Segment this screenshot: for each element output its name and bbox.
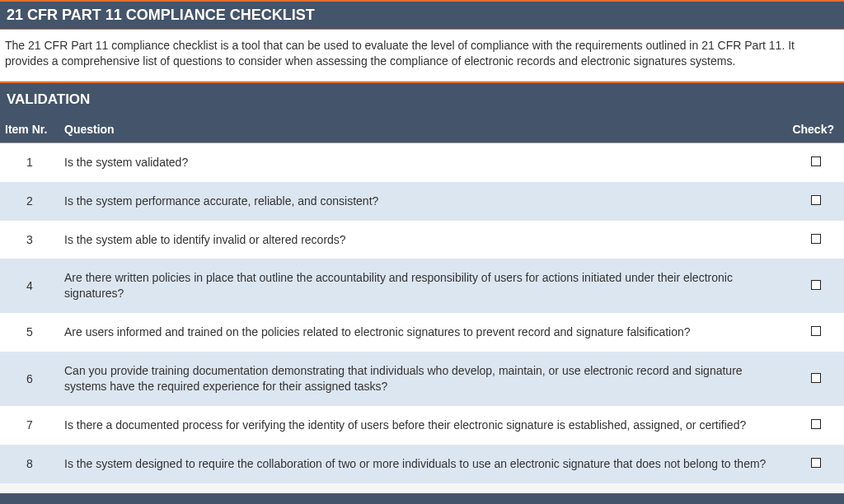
checkbox-icon[interactable] bbox=[811, 234, 821, 244]
item-check-cell bbox=[787, 406, 844, 445]
item-question: Can you provide training documentation d… bbox=[59, 352, 787, 406]
checkbox-icon[interactable] bbox=[811, 195, 821, 205]
item-question: Is the system designed to require the co… bbox=[59, 445, 787, 483]
table-row: 3Is the system able to identify invalid … bbox=[0, 221, 844, 259]
item-check-cell bbox=[787, 221, 844, 259]
checkbox-icon[interactable] bbox=[811, 458, 821, 468]
checkbox-icon[interactable] bbox=[811, 373, 821, 383]
item-question: Is the system validated? bbox=[59, 142, 787, 181]
item-question: Are users informed and trained on the po… bbox=[59, 313, 787, 352]
checkbox-icon[interactable] bbox=[811, 156, 821, 166]
footer-bar bbox=[0, 493, 844, 504]
item-question: Is the system performance accurate, reli… bbox=[59, 182, 787, 221]
page-title: 21 CFR PART 11 COMPLIANCE CHECKLIST bbox=[0, 0, 844, 30]
item-question: Is the system able to identify invalid o… bbox=[59, 221, 787, 259]
checkbox-icon[interactable] bbox=[811, 419, 821, 429]
item-number: 6 bbox=[0, 352, 59, 406]
item-number: 2 bbox=[0, 182, 59, 221]
item-number: 8 bbox=[0, 445, 59, 483]
col-header-item: Item Nr. bbox=[0, 116, 59, 143]
checkbox-icon[interactable] bbox=[811, 280, 821, 290]
checkbox-icon[interactable] bbox=[811, 326, 821, 336]
table-row: 4Are there written policies in place tha… bbox=[0, 259, 844, 313]
spacer-row bbox=[0, 483, 844, 493]
item-number: 5 bbox=[0, 313, 59, 352]
col-header-question: Question bbox=[59, 116, 787, 143]
item-number: 4 bbox=[0, 259, 59, 313]
table-row: 5Are users informed and trained on the p… bbox=[0, 313, 844, 352]
item-question: Is there a documented process for verify… bbox=[59, 406, 787, 445]
item-check-cell bbox=[787, 445, 844, 483]
intro-text: The 21 CFR Part 11 compliance checklist … bbox=[0, 30, 844, 82]
table-row: 2Is the system performance accurate, rel… bbox=[0, 182, 844, 221]
item-check-cell bbox=[787, 259, 844, 313]
item-check-cell bbox=[787, 142, 844, 181]
section-title: VALIDATION bbox=[0, 82, 844, 116]
item-number: 3 bbox=[0, 221, 59, 259]
item-number: 7 bbox=[0, 406, 59, 445]
table-row: 1Is the system validated? bbox=[0, 142, 844, 181]
table-row: 7Is there a documented process for verif… bbox=[0, 406, 844, 445]
table-row: 6Can you provide training documentation … bbox=[0, 352, 844, 406]
item-check-cell bbox=[787, 313, 844, 352]
item-number: 1 bbox=[0, 142, 59, 181]
checklist-table: Item Nr. Question Check? 1Is the system … bbox=[0, 116, 844, 493]
col-header-check: Check? bbox=[787, 116, 844, 143]
item-check-cell bbox=[787, 352, 844, 406]
table-row: 8Is the system designed to require the c… bbox=[0, 445, 844, 483]
item-question: Are there written policies in place that… bbox=[59, 259, 787, 313]
item-check-cell bbox=[787, 182, 844, 221]
